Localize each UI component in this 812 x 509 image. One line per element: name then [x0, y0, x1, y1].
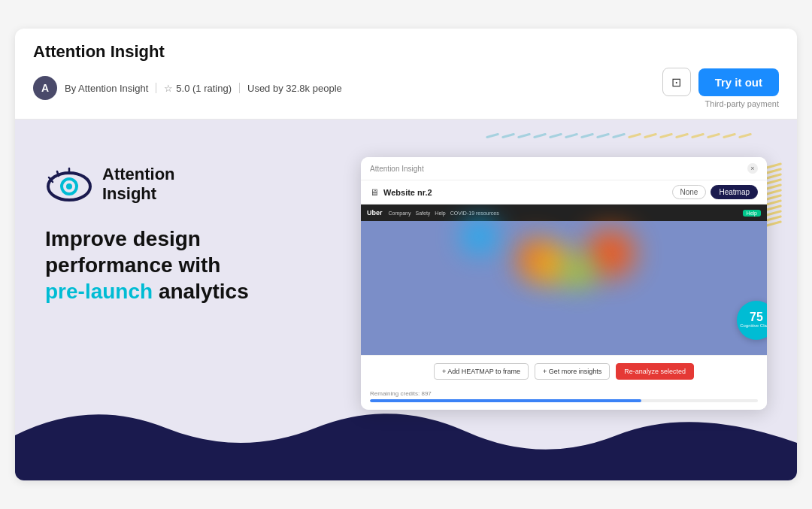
close-button[interactable]: × — [747, 163, 758, 174]
app-window: Attention Insight × 🖥 Website nr.2 None … — [361, 157, 767, 410]
heat-blob-orange — [532, 246, 569, 283]
third-party-label: Third-party payment — [705, 99, 779, 108]
banner: Attention Insight Improve design perform… — [15, 120, 797, 480]
none-button[interactable]: None — [672, 185, 707, 199]
app-title-text: Attention Insight — [370, 165, 424, 173]
heat-blob-yellow — [564, 257, 594, 287]
header-meta: A By Attention Insight ☆ 5.0 (1 rating) … — [33, 68, 779, 108]
header-actions: ⊡ Try it out Third-party payment — [662, 68, 779, 108]
header-buttons: ⊡ Try it out — [662, 68, 779, 96]
rating-text: 5.0 (1 rating) — [176, 83, 232, 94]
score-circle: 75 Cognitive Clarity — [737, 301, 767, 340]
try-button[interactable]: Try it out — [698, 68, 779, 96]
star-icon: ☆ — [164, 83, 173, 94]
decorative-dashes-top — [486, 135, 752, 137]
tagline: Improve design performance with pre-laun… — [45, 226, 331, 304]
website-label: Website nr.2 — [383, 188, 432, 197]
app-nav-right: None Heatmap — [672, 185, 758, 199]
decorative-dashes-right — [765, 165, 782, 225]
monitor-icon: 🖥 — [370, 187, 379, 198]
plugin-title: Attention Insight — [33, 42, 779, 62]
uber-nav-help: Help — [435, 211, 445, 216]
logo-area: Attention Insight — [45, 165, 331, 205]
app-titlebar: Attention Insight × — [361, 157, 767, 180]
heatmap-button[interactable]: Heatmap — [710, 185, 758, 199]
heat-blob-blue — [462, 220, 496, 253]
uber-nav: Company Safety Help COVID-19 resources — [389, 211, 499, 216]
get-insights-button[interactable]: + Get more insights — [535, 363, 610, 380]
score-label: Cognitive Clarity — [740, 323, 767, 329]
divider — [156, 83, 156, 93]
banner-left: Attention Insight Improve design perform… — [45, 150, 331, 304]
uber-nav-safety: Safety — [415, 211, 430, 216]
author-name: By Attention Insight — [65, 83, 148, 94]
header: Attention Insight A By Attention Insight… — [15, 29, 797, 120]
credits-fill — [370, 399, 641, 402]
header-meta-left: A By Attention Insight ☆ 5.0 (1 rating) … — [33, 76, 342, 100]
app-nav-left: 🖥 Website nr.2 — [370, 187, 432, 198]
uber-action-btn: Help — [743, 210, 761, 217]
uber-logo: Uber — [367, 209, 383, 217]
reanalyze-button[interactable]: Re-analyze selected — [616, 363, 694, 380]
app-actions: + Add HEATMAP to frame + Get more insigh… — [361, 355, 767, 386]
heatmap-preview: Uber Company Safety Help COVID-19 resour… — [361, 205, 767, 355]
eye-logo — [45, 165, 93, 203]
plugin-card: Attention Insight A By Attention Insight… — [15, 29, 797, 480]
divider2 — [239, 83, 240, 93]
avatar: A — [33, 76, 57, 100]
credits-bar: Remaining credits: 897 — [361, 386, 767, 410]
bookmark-button[interactable]: ⊡ — [662, 68, 691, 96]
rating: ☆ 5.0 (1 rating) — [164, 83, 232, 94]
tagline-highlight: pre-launch — [45, 280, 153, 303]
uber-nav-company: Company — [389, 211, 411, 216]
credits-progress — [370, 399, 758, 402]
add-heatmap-button[interactable]: + Add HEATMAP to frame — [434, 363, 529, 380]
bookmark-icon: ⊡ — [671, 75, 681, 89]
svg-point-2 — [66, 183, 72, 189]
uber-bar: Uber Company Safety Help COVID-19 resour… — [361, 205, 767, 221]
app-nav: 🖥 Website nr.2 None Heatmap — [361, 180, 767, 205]
usage-text: Used by 32.8k people — [247, 83, 342, 94]
logo-text: Attention Insight — [102, 165, 175, 205]
score-number: 75 — [750, 311, 763, 323]
credits-label: Remaining credits: 897 — [370, 390, 758, 397]
uber-nav-covid: COVID-19 resources — [450, 211, 499, 216]
